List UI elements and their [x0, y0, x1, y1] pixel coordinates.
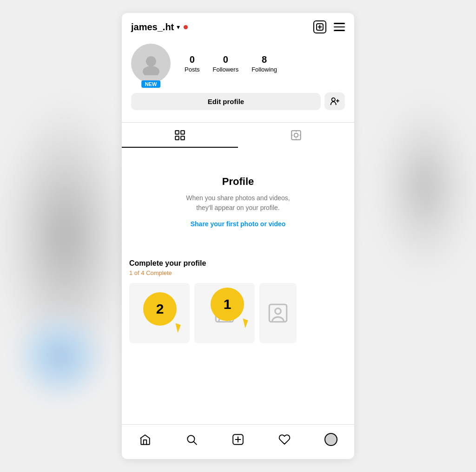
svg-point-5	[332, 98, 335, 101]
phone-frame: james_.ht ▾	[122, 13, 354, 459]
svg-rect-10	[175, 136, 179, 140]
svg-point-3	[146, 56, 156, 66]
nav-activity[interactable]	[274, 429, 295, 450]
annotation-1: 1	[211, 288, 244, 321]
profile-row: NEW 0 Posts 0 Followers 8 Following	[131, 44, 345, 83]
empty-title: Profile	[222, 176, 254, 188]
tagged-icon	[290, 129, 302, 141]
followers-count: 0	[223, 54, 228, 65]
header-right	[313, 20, 345, 33]
profile-avatar-nav	[324, 433, 337, 446]
posts-label: Posts	[185, 66, 200, 73]
profile-section: NEW 0 Posts 0 Followers 8 Following	[122, 39, 354, 118]
complete-profile-progress: 1 of 4 Complete	[129, 269, 347, 276]
notification-dot	[184, 25, 188, 29]
edit-profile-button[interactable]: Edit profile	[131, 93, 321, 110]
new-badge: NEW	[141, 80, 161, 88]
following-count: 8	[262, 54, 267, 65]
add-post-icon[interactable]	[313, 20, 326, 33]
header: james_.ht ▾	[122, 13, 354, 39]
svg-rect-12	[291, 131, 301, 140]
profile-card-3-icon	[266, 302, 290, 325]
svg-line-21	[194, 442, 197, 445]
chevron-down-icon[interactable]: ▾	[177, 23, 180, 31]
nav-home[interactable]	[135, 429, 155, 450]
svg-rect-18	[269, 304, 287, 322]
svg-rect-11	[181, 136, 185, 140]
complete-profile-section: Complete your profile 1 of 4 Complete	[122, 250, 354, 348]
avatar-wrap[interactable]: NEW	[131, 44, 171, 83]
avatar-icon	[139, 52, 163, 75]
grid-icon	[174, 129, 186, 141]
complete-card-3[interactable]	[259, 283, 297, 343]
stats-row: 0 Posts 0 Followers 8 Following	[180, 54, 345, 73]
header-left: james_.ht ▾	[131, 22, 188, 33]
svg-point-13	[294, 133, 298, 138]
complete-cards-area: 2 1	[129, 283, 347, 348]
tab-grid[interactable]	[122, 123, 238, 148]
svg-rect-9	[181, 131, 185, 134]
add-friend-button[interactable]	[324, 92, 345, 110]
avatar	[131, 44, 171, 83]
empty-state: Profile When you share photos and videos…	[122, 148, 354, 246]
posts-stat[interactable]: 0 Posts	[185, 54, 200, 73]
buttons-row: Edit profile	[131, 92, 345, 110]
add-person-icon	[330, 96, 340, 106]
complete-profile-title: Complete your profile	[129, 259, 347, 268]
nav-add[interactable]	[228, 429, 248, 450]
annotation-badge-1: 1	[224, 296, 231, 312]
followers-stat[interactable]: 0 Followers	[213, 54, 239, 73]
tab-bar	[122, 122, 354, 148]
heart-icon	[278, 433, 291, 446]
home-icon	[139, 433, 151, 446]
nav-profile[interactable]	[321, 429, 341, 450]
following-label: Following	[251, 66, 277, 73]
followers-label: Followers	[213, 66, 239, 73]
empty-description: When you share photos and videos,they'll…	[186, 193, 290, 213]
tab-tagged[interactable]	[238, 123, 354, 148]
hamburger-menu-icon[interactable]	[334, 23, 345, 31]
bottom-nav	[122, 424, 354, 459]
annotation-2: 2	[143, 292, 177, 326]
svg-rect-8	[175, 131, 179, 134]
annotation-badge-2: 2	[156, 301, 164, 317]
posts-count: 0	[190, 54, 195, 65]
nav-search[interactable]	[181, 429, 202, 450]
following-stat[interactable]: 8 Following	[251, 54, 277, 73]
username[interactable]: james_.ht	[131, 22, 174, 33]
svg-point-4	[143, 66, 159, 75]
svg-point-19	[275, 308, 281, 315]
share-first-photo-link[interactable]: Share your first photo or video	[191, 220, 286, 228]
search-icon	[185, 433, 198, 446]
add-icon	[232, 433, 244, 446]
